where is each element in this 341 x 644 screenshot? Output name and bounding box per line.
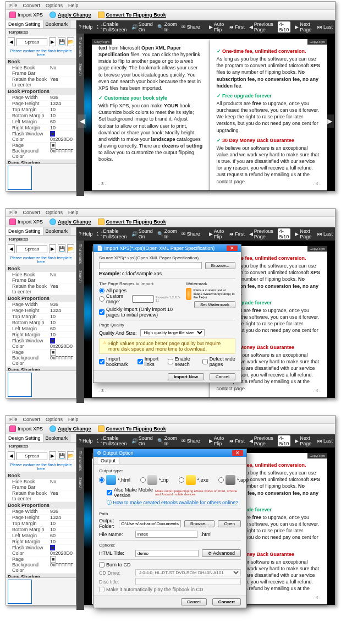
group-book[interactable]: Book	[6, 58, 76, 65]
menu-help[interactable]: Help	[68, 210, 79, 215]
prop-val[interactable]: ■ 0x2020D0	[50, 338, 74, 349]
first-button[interactable]: ⏮ First	[229, 24, 245, 30]
group-book[interactable]: Book	[6, 472, 76, 479]
menu-file[interactable]: File	[9, 417, 18, 422]
prop-val[interactable]: 10	[50, 527, 74, 532]
import-links-check[interactable]: Import links	[138, 356, 160, 367]
group-bookprop[interactable]: Book Proportions	[6, 502, 76, 509]
menu-convert[interactable]: Convert	[23, 3, 41, 8]
properties-tree[interactable]: Book Hide Book Frame BarNo Retain the bo…	[6, 58, 76, 163]
template-back-button[interactable]: ◀	[8, 451, 15, 460]
prev-button[interactable]: ◀ Previous Page	[249, 228, 273, 239]
thumbnails-tab[interactable]: Thumbnails	[79, 451, 82, 471]
last-button[interactable]: ⏭ Last	[317, 24, 333, 30]
last-button[interactable]: ⏭ Last	[317, 231, 333, 237]
template-back-button[interactable]: ◀	[8, 244, 15, 253]
prop-val[interactable]: 10	[50, 113, 74, 118]
out-html[interactable]: *.html	[99, 475, 130, 485]
set-watermark-button[interactable]: Set Watermark	[194, 301, 235, 308]
cancel-button[interactable]: Cancel	[210, 373, 235, 380]
source-input[interactable]	[99, 262, 202, 269]
next-button[interactable]: ▶ Next Page	[295, 435, 313, 446]
zoom-button[interactable]: 🔍 Zoom In	[157, 21, 177, 32]
menu-help[interactable]: Help	[68, 417, 79, 422]
template-name[interactable]: Spread	[16, 245, 47, 253]
properties-tree[interactable]: Book Hide Book Frame BarNo Retain the bo…	[6, 472, 76, 577]
last-button[interactable]: ⏭ Last	[317, 438, 333, 444]
prop-val[interactable]: 10	[50, 107, 74, 112]
prop-val[interactable]: 936	[50, 302, 74, 307]
next-button[interactable]: ▶ Next Page	[295, 21, 313, 32]
template-save-button[interactable]: 💾	[58, 244, 65, 253]
prop-val[interactable]: 10	[50, 314, 74, 319]
group-bookprop[interactable]: Book Proportions	[6, 295, 76, 302]
help-button[interactable]: ? Help	[79, 438, 93, 444]
tab-design[interactable]: Design Setting	[6, 20, 43, 28]
open-button[interactable]: Open	[218, 520, 241, 527]
radio-custom[interactable]: Custom range:Example:1,2,3,5-11	[99, 293, 180, 304]
template-save-button[interactable]: 💾	[58, 37, 65, 46]
prop-val[interactable]: 60	[50, 119, 74, 124]
menu-file[interactable]: File	[9, 210, 18, 215]
out-exe[interactable]: *.exe	[179, 475, 209, 485]
close-button[interactable]: ✕	[232, 450, 243, 456]
zoom-button[interactable]: 🔍 Zoom In	[157, 435, 177, 446]
thumbnails-tab[interactable]: Thumbnails	[79, 244, 82, 264]
disc-title-input[interactable]	[135, 578, 241, 585]
tab-bookmark[interactable]: Bookmark	[43, 20, 71, 28]
group-pageshadow[interactable]: Page Shadow	[6, 160, 76, 163]
prop-val[interactable]: Yes	[50, 283, 74, 294]
prop-val[interactable]: No	[50, 65, 74, 76]
tab-design[interactable]: Design Setting	[6, 434, 43, 442]
search-tab[interactable]: Search	[79, 477, 82, 489]
autoflip-button[interactable]: ▶ Auto Flip	[209, 21, 225, 32]
tab-design[interactable]: Design Setting	[6, 227, 43, 235]
menu-options[interactable]: Options	[46, 3, 63, 8]
sound-button[interactable]: 🔊 Sound On	[131, 435, 153, 446]
page-indicator[interactable]: 4-5/10	[278, 21, 291, 32]
template-fwd-button[interactable]: ▶	[49, 451, 56, 460]
filename-input[interactable]	[135, 531, 197, 538]
help-button[interactable]: ? Help	[79, 231, 93, 237]
group-pageshadow[interactable]: Page Shadow	[6, 367, 76, 370]
prop-val[interactable]: 936	[50, 95, 74, 100]
template-name[interactable]: Spread	[16, 38, 47, 46]
group-pageshadow[interactable]: Page Shadow	[6, 574, 76, 577]
convert-now-button[interactable]: Convert	[212, 598, 241, 605]
browse-button[interactable]: Browse...	[184, 520, 215, 527]
prop-val[interactable]: ■ 0x2020D0	[50, 131, 74, 142]
cddrive-select[interactable]: J:0:4:0; HL-DT-ST DVD-ROM DH40N A101	[135, 569, 241, 576]
import-xps-button[interactable]: Import XPS	[9, 219, 43, 225]
fullscreen-button[interactable]: ⛶ Enable FullScreen	[97, 21, 127, 32]
convert-button[interactable]: Convert To Flipping Book	[98, 219, 166, 225]
share-button[interactable]: ✉ Share	[182, 24, 200, 30]
prop-val[interactable]: 1324	[50, 308, 74, 313]
prop-val[interactable]: 60	[50, 326, 74, 331]
help-button[interactable]: ? Help	[79, 24, 93, 30]
template-name[interactable]: Spread	[16, 452, 47, 460]
detect-wide-check[interactable]: Detect wide pages	[202, 356, 235, 367]
template-save-button[interactable]: 💾	[58, 451, 65, 460]
template-open-button[interactable]: 📂	[67, 37, 74, 46]
tab-bookmark[interactable]: Bookmark	[43, 227, 71, 235]
out-zip[interactable]: *.zip	[140, 475, 169, 485]
preview-thumb[interactable]	[8, 373, 32, 397]
prop-val[interactable]: No	[50, 272, 74, 283]
preview-thumb[interactable]	[8, 580, 32, 604]
browse-button[interactable]: Browse...	[205, 262, 235, 269]
close-button[interactable]: ✕	[227, 245, 238, 251]
convert-button[interactable]: Convert To Flipping Book	[98, 12, 166, 18]
output-folder-input[interactable]	[119, 520, 181, 527]
fullscreen-button[interactable]: ⛶ Enable FullScreen	[97, 435, 127, 446]
menu-options[interactable]: Options	[46, 417, 63, 422]
cancel-button[interactable]: Cancel	[181, 598, 207, 605]
mobile-check[interactable]: Also Make Mobile Version Make output pag…	[107, 487, 241, 498]
apply-change-button[interactable]: Apply Change	[50, 425, 91, 432]
template-open-button[interactable]: 📂	[67, 451, 74, 460]
search-tab[interactable]: Search	[79, 270, 82, 282]
page-indicator[interactable]: 4-5/10	[278, 435, 291, 446]
import-xps-button[interactable]: Import XPS	[9, 12, 43, 18]
quality-select[interactable]: High quality large file size	[140, 329, 205, 336]
zoom-button[interactable]: 🔍 Zoom In	[157, 228, 177, 239]
quick-import-check[interactable]: Quickly import (Only import 10 pages to …	[99, 307, 180, 318]
